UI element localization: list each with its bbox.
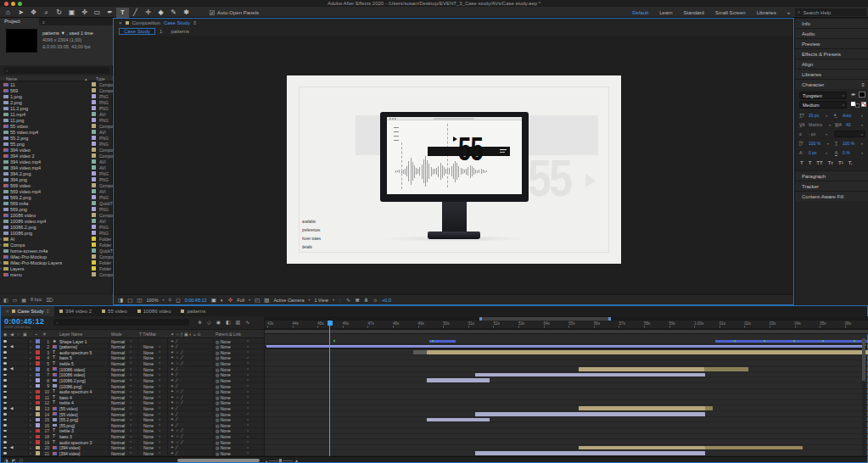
label-swatch[interactable]: [92, 165, 96, 170]
layer-switches[interactable]: ✦☼╱: [171, 355, 185, 360]
label-swatch[interactable]: [92, 142, 96, 146]
project-item[interactable]: 569.2.pngPNG: [0, 194, 113, 200]
eye-icon[interactable]: [3, 430, 7, 432]
project-item[interactable]: 569.m4aQuickTime: [0, 200, 113, 206]
label-color[interactable]: [36, 378, 40, 382]
twirl-icon[interactable]: ›: [30, 350, 31, 354]
faux-style-button[interactable]: T: [800, 160, 804, 165]
layer-row[interactable]: ›9[10086.png]Normal˅None˅✦╱◎ None˅: [1, 383, 264, 389]
eye-icon[interactable]: [3, 391, 7, 393]
layer-duration-bar[interactable]: [705, 446, 803, 450]
project-item[interactable]: 394 video 2Composition: [0, 153, 113, 159]
label-swatch[interactable]: [92, 118, 96, 122]
label-swatch[interactable]: [92, 243, 96, 247]
grid-guides-icon[interactable]: ⌗: [169, 297, 172, 304]
layer-duration-bar[interactable]: [704, 367, 748, 371]
layer-switches[interactable]: ✦╱: [171, 372, 179, 377]
layer-switches[interactable]: ✦☼╱: [171, 428, 185, 432]
project-item[interactable]: 2.pngPNG: [0, 99, 113, 105]
tool-10[interactable]: ╱: [129, 8, 142, 18]
project-item[interactable]: iMac-Pro-MockupComposition: [0, 254, 113, 259]
audio-icon[interactable]: ◀: [10, 367, 13, 371]
panel-header-content-aware-fill[interactable]: Content-Aware Fill: [795, 191, 868, 201]
eye-icon[interactable]: [3, 357, 7, 360]
project-item[interactable]: 394 videoComposition: [0, 147, 113, 153]
project-item[interactable]: 55.pngPNG: [0, 141, 113, 147]
layer-row[interactable]: ›1★Shape Layer 1Normal˅✦╱◎ None˅: [1, 338, 264, 344]
leading-value[interactable]: Auto: [843, 113, 851, 118]
label-swatch[interactable]: [92, 231, 96, 235]
tool-2[interactable]: ✥: [27, 8, 40, 18]
twirl-icon[interactable]: ›: [30, 356, 31, 360]
audio-icon[interactable]: ◀: [10, 446, 13, 449]
keyframe-marker[interactable]: [734, 340, 736, 342]
navigator-handle[interactable]: [479, 317, 482, 321]
eye-icon[interactable]: [3, 368, 7, 371]
panel-header-tracker[interactable]: Tracker: [795, 181, 868, 191]
comp-flowchart-icon[interactable]: ⋔: [198, 319, 202, 325]
label-swatch[interactable]: [92, 100, 96, 104]
panel-menu-icon[interactable]: ≡: [47, 309, 50, 314]
project-item[interactable]: 10086.2.pngPNG: [0, 224, 113, 230]
twirl-icon[interactable]: ›: [30, 345, 31, 349]
label-swatch[interactable]: [92, 124, 96, 128]
tool-5[interactable]: ▣: [65, 8, 78, 18]
active-camera[interactable]: Active Camera: [273, 298, 304, 303]
tool-4[interactable]: ↻: [53, 8, 65, 18]
eye-icon[interactable]: [3, 447, 7, 449]
eye-icon[interactable]: [3, 340, 7, 343]
label-color[interactable]: [36, 361, 40, 365]
tracking-value[interactable]: 40: [846, 122, 851, 127]
magnification[interactable]: 100%: [146, 298, 158, 303]
zoom-slider-knob[interactable]: [279, 459, 282, 462]
timeline-tab-55-video[interactable]: 55 video: [97, 306, 132, 316]
layer-row[interactable]: ›16[55.png]Normal˅None˅✦╱◎ None˅: [1, 422, 264, 428]
exposure-value[interactable]: +0,0: [382, 298, 391, 303]
layer-duration-bar[interactable]: [427, 418, 490, 422]
audio-icon[interactable]: ◀: [10, 407, 13, 410]
expand-layers-icon[interactable]: ◨: [4, 458, 8, 463]
project-item[interactable]: 11.2.pngPNG: [0, 105, 113, 111]
layer-row[interactable]: ›19Taudio spectrum 3Normal˅None˅✦☼╱◎ Non…: [1, 439, 264, 445]
tsume-value[interactable]: 0 %: [843, 150, 850, 155]
timeline-tab-patterns[interactable]: patterns: [176, 306, 210, 316]
layer-row[interactable]: ›3Taudio spectrum 5Normal˅None˅✦☼╱◎ None…: [1, 349, 264, 355]
twirl-icon[interactable]: ›: [30, 423, 31, 427]
eye-icon[interactable]: [3, 402, 7, 404]
label-color[interactable]: [36, 429, 40, 433]
draft3d-icon[interactable]: ◇: [207, 319, 211, 325]
layer-switches[interactable]: ✦╱: [171, 417, 179, 421]
panel-header-libraries[interactable]: Libraries: [795, 69, 868, 79]
composition-viewport[interactable]: 55: [114, 36, 793, 294]
layer-switches[interactable]: ✦╱: [171, 339, 179, 343]
font-style-select[interactable]: Medium˅: [799, 101, 847, 109]
workspace-learn[interactable]: Learn: [659, 10, 672, 15]
layer-switches[interactable]: ✦╱: [171, 412, 179, 416]
stroke-width-value[interactable]: - px: [809, 131, 815, 137]
label-color[interactable]: [36, 412, 40, 416]
tool-14[interactable]: ✱: [180, 8, 193, 18]
video-column-icon[interactable]: ◉: [3, 330, 7, 338]
channels-icon[interactable]: ✜: [228, 297, 232, 304]
project-item[interactable]: 10086 videoComposition: [0, 212, 113, 218]
layer-duration-bar[interactable]: [413, 350, 427, 354]
search-help-box[interactable]: ⌕ Search Help: [795, 8, 866, 16]
layer-duration-bar[interactable]: [266, 345, 866, 349]
twirl-icon[interactable]: ›: [30, 406, 31, 410]
eye-icon[interactable]: [3, 424, 7, 427]
twirl-icon[interactable]: ›: [30, 440, 31, 444]
layer-switches[interactable]: ✦☼╱: [171, 350, 185, 354]
timeline-search-input[interactable]: ⌕: [53, 319, 189, 326]
toggle-graph-icon[interactable]: ◫: [19, 458, 23, 463]
eye-icon[interactable]: [3, 413, 7, 416]
layer-row[interactable]: ›8[10086.2.png]Normal˅None˅✦╱◎ None˅: [1, 377, 264, 383]
tool-11[interactable]: ✛: [142, 8, 154, 18]
layer-switches[interactable]: ✦☼╱: [171, 400, 185, 404]
twirl-icon[interactable]: ›: [30, 451, 31, 455]
new-folder-icon[interactable]: ▭: [13, 297, 18, 303]
twirl-icon[interactable]: ›: [30, 401, 31, 405]
label-swatch[interactable]: [92, 213, 96, 217]
layer-duration-bar[interactable]: [579, 406, 705, 410]
interpret-footage-icon[interactable]: ◧: [3, 297, 8, 303]
eye-icon[interactable]: [3, 436, 7, 438]
